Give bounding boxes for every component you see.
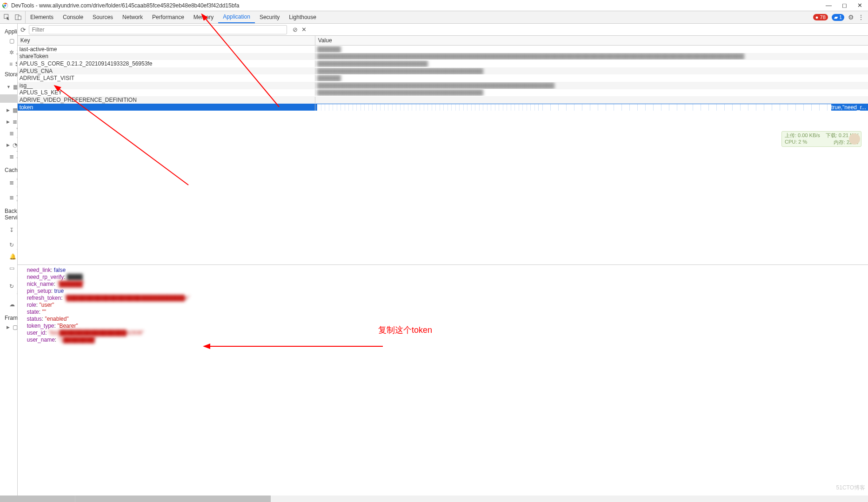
tab-memory[interactable]: Memory xyxy=(189,11,218,23)
database-icon: ≣ xyxy=(13,119,17,125)
clear-icon[interactable]: ⊘ xyxy=(293,26,298,33)
tab-elements[interactable]: Elements xyxy=(26,11,58,23)
database-icon: ≣ xyxy=(9,130,14,137)
sidebar-section-frames: Frames xyxy=(0,312,17,323)
filter-bar: ⟳ ⊘ ✕ xyxy=(18,24,868,36)
refresh-icon[interactable]: ⟳ xyxy=(20,26,26,33)
sidebar-item-payment[interactable]: ▭Payment Handler xyxy=(0,261,17,276)
kv-header-value[interactable]: Value xyxy=(315,36,868,45)
sidebar-item-notifications[interactable]: 🔔Notifications xyxy=(0,252,17,261)
table-row[interactable]: APLUS_S_CORE_0.21.2_20210914193328_56953… xyxy=(18,60,868,67)
table-row[interactable]: APLUS_LS_KEY████████████████████████████… xyxy=(18,89,868,97)
sidebar-item-push[interactable]: ☁Push Messaging xyxy=(0,297,17,312)
sidebar-item-frames-top[interactable]: ▶▢top xyxy=(0,323,17,331)
sidebar-item-trust-tokens[interactable]: ≣Trust Tokens xyxy=(0,149,17,164)
application-sidebar: Application ▢Manifest ✲Service Workers ≡… xyxy=(0,24,18,502)
tab-console[interactable]: Console xyxy=(58,11,88,23)
sidebar-item-bgfetch[interactable]: ↧Background Fetch xyxy=(0,223,17,238)
grid-icon: ▦ xyxy=(13,84,18,90)
info-count-badge[interactable]: ▰ 1 xyxy=(832,14,844,21)
sidebar-item-manifest[interactable]: ▢Manifest xyxy=(0,37,17,45)
filter-input[interactable] xyxy=(29,25,287,34)
table-row[interactable]: ADRIVE_VIDEO_PREFERENCE_DEFINITION xyxy=(18,96,868,104)
more-icon[interactable]: ⋮ xyxy=(858,13,864,21)
chrome-icon xyxy=(2,2,8,9)
svg-rect-4 xyxy=(18,16,21,20)
window-titlebar: DevTools - www.aliyundrive.com/drive/fol… xyxy=(0,0,868,11)
sidebar-item-bgsync[interactable]: ↻Background Sync xyxy=(0,238,17,252)
tab-performance[interactable]: Performance xyxy=(147,11,189,23)
kv-table-body[interactable]: last-active-time██████shareToken████████… xyxy=(18,46,868,265)
bell-icon: 🔔 xyxy=(9,253,16,260)
sidebar-item-service-workers[interactable]: ✲Service Workers xyxy=(0,45,17,60)
sidebar-item-storage[interactable]: ≡Storage xyxy=(0,60,17,68)
sidebar-section-application: Application xyxy=(0,26,17,37)
perf-overlay: 上传: 0.00 KB/s下载: 0.21 KB/ CPU: 2 %内存: 22… xyxy=(781,131,861,147)
tab-security[interactable]: Security xyxy=(255,11,284,23)
tab-application[interactable]: Application xyxy=(218,11,255,23)
table-row[interactable]: token███████████████████████████████████… xyxy=(18,104,868,111)
table-row[interactable]: ADRIVE_LAST_VISIT██████ xyxy=(18,74,868,82)
sidebar-item-local-storage-origin[interactable]: ▦https://www.aliyundrive.co xyxy=(0,94,18,103)
kv-header-key[interactable]: Key xyxy=(18,36,315,45)
settings-icon[interactable]: ⚙ xyxy=(848,13,854,21)
sidebar-item-periodic-sync[interactable]: ↻Periodic Background Sync xyxy=(0,276,17,297)
table-row[interactable]: last-active-time██████ xyxy=(18,46,868,53)
sidebar-item-cookies[interactable]: ▶◔Cookies xyxy=(0,141,17,149)
value-detail-pane[interactable]: need_link: falseneed_rp_verify: ████nick… xyxy=(18,265,868,502)
svg-point-1 xyxy=(4,4,7,7)
bottom-scrollbar[interactable] xyxy=(0,495,868,502)
table-row[interactable]: APLUS_CNA███████████████████████████████… xyxy=(18,67,868,75)
watermark: 51CTO博客 xyxy=(836,484,865,492)
database-icon: ≡ xyxy=(9,61,13,67)
sidebar-item-application-cache[interactable]: ≣Application Cache xyxy=(0,190,17,205)
sync-icon: ↻ xyxy=(9,283,14,290)
sidebar-item-session-storage[interactable]: ▶▦Session Storage xyxy=(0,103,17,118)
cookie-icon: ◔ xyxy=(13,142,17,148)
kv-table-header: Key Value xyxy=(18,36,868,46)
sidebar-section-bgservices: Background Services xyxy=(0,205,17,223)
error-count-badge[interactable]: ● 78 xyxy=(813,14,828,20)
database-icon: ≣ xyxy=(9,194,14,201)
devtools-tabs: ElementsConsoleSourcesNetworkPerformance… xyxy=(26,11,321,23)
tab-network[interactable]: Network xyxy=(118,11,147,23)
database-icon: ≣ xyxy=(9,153,14,160)
sidebar-section-storage: Storage xyxy=(0,68,17,79)
card-icon: ▭ xyxy=(9,265,14,271)
maximize-button[interactable]: ◻ xyxy=(842,2,847,9)
sync-icon: ↻ xyxy=(9,242,14,248)
sidebar-item-cache-storage[interactable]: ≣Cache Storage xyxy=(0,175,17,190)
tab-sources[interactable]: Sources xyxy=(88,11,118,23)
perf-avatar-icon xyxy=(849,133,860,145)
close-icon[interactable]: ✕ xyxy=(301,26,307,33)
inspect-icon[interactable] xyxy=(4,14,10,20)
table-row[interactable]: shareToken██████████████████████████████… xyxy=(18,53,868,60)
sidebar-item-indexeddb[interactable]: ▶≣IndexedDB xyxy=(0,118,17,126)
tab-lighthouse[interactable]: Lighthouse xyxy=(284,11,321,23)
close-button[interactable]: ✕ xyxy=(857,2,862,9)
frame-icon: ▢ xyxy=(13,324,18,330)
sidebar-item-websql[interactable]: ≣Web SQL xyxy=(0,126,17,141)
cloud-icon: ☁ xyxy=(9,301,15,308)
sidebar-item-local-storage[interactable]: ▼▦Local Storage xyxy=(0,79,17,94)
device-toggle-icon[interactable] xyxy=(15,14,21,20)
table-row[interactable]: isg__███████████████████████████████████… xyxy=(18,82,868,89)
grid-icon: ▦ xyxy=(13,107,18,113)
window-title: DevTools - www.aliyundrive.com/drive/fol… xyxy=(11,2,826,9)
sidebar-section-cache: Cache xyxy=(0,164,17,175)
devtools-tabbar: ElementsConsoleSourcesNetworkPerformance… xyxy=(0,11,868,24)
database-icon: ≣ xyxy=(9,179,14,186)
minimize-button[interactable]: — xyxy=(826,2,832,9)
fetch-icon: ↧ xyxy=(9,227,14,233)
